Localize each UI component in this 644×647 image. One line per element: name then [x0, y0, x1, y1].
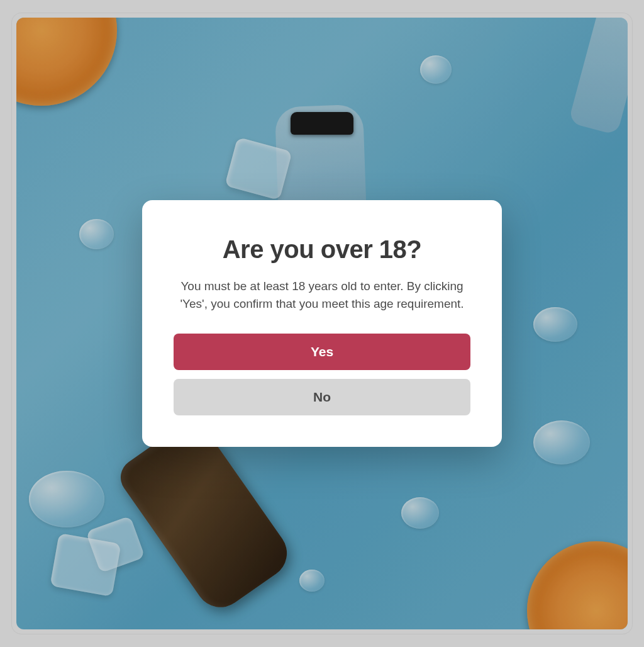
bottle-icon — [568, 18, 628, 135]
water-droplet-icon — [79, 219, 114, 249]
yes-button[interactable]: Yes — [174, 334, 470, 370]
ice-cube-icon — [86, 515, 145, 573]
no-button[interactable]: No — [174, 379, 470, 415]
window-frame: Are you over 18? You must be at least 18… — [11, 13, 633, 634]
ice-cube-icon — [50, 533, 121, 597]
modal-title: Are you over 18? — [174, 235, 470, 264]
water-droplet-icon — [29, 471, 104, 527]
orange-slice-icon — [16, 18, 117, 106]
bottle-cap-icon — [291, 112, 353, 135]
water-droplet-icon — [401, 497, 439, 529]
modal-body-text: You must be at least 18 years old to ent… — [174, 278, 470, 312]
age-gate-backdrop: Are you over 18? You must be at least 18… — [16, 18, 628, 629]
water-droplet-icon — [299, 570, 325, 592]
orange-slice-icon — [527, 541, 628, 629]
age-verification-modal: Are you over 18? You must be at least 18… — [142, 200, 502, 447]
water-droplet-icon — [420, 55, 452, 84]
ice-cube-icon — [225, 137, 292, 201]
water-droplet-icon — [533, 307, 577, 342]
water-droplet-icon — [533, 420, 590, 464]
